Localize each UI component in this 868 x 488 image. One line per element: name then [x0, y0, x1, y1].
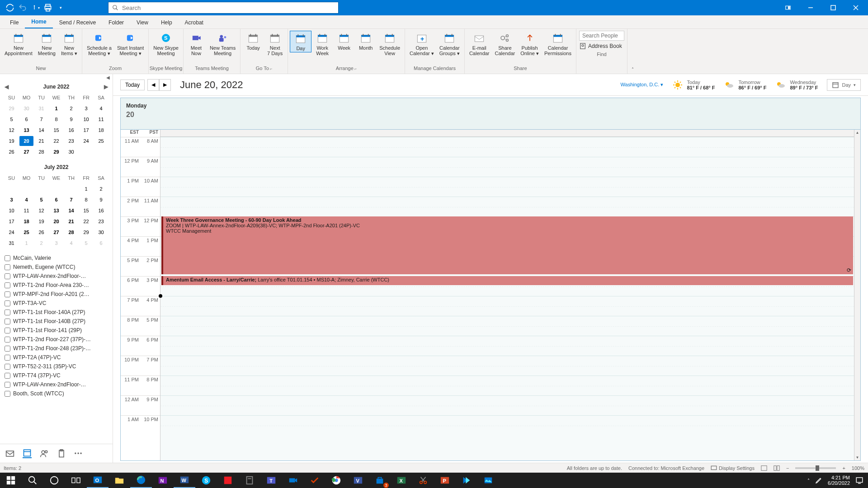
day-cell[interactable]: 21: [34, 136, 48, 146]
mail-icon[interactable]: [5, 449, 14, 458]
day-cell[interactable]: 14: [64, 206, 78, 216]
new-teams-button[interactable]: New TeamsMeeting: [207, 31, 238, 57]
new-button[interactable]: NewItems ▾: [58, 31, 80, 57]
chrome-icon[interactable]: [326, 473, 347, 488]
day-cell[interactable]: 15: [49, 125, 63, 135]
notification-icon[interactable]: [855, 476, 863, 484]
calendar-event[interactable]: Amentum Email Access - Larry/Carrie; Lar…: [161, 276, 853, 285]
day-cell[interactable]: 23: [94, 216, 108, 226]
search-people-input[interactable]: [579, 31, 624, 41]
time-slot[interactable]: [160, 137, 854, 157]
tray-expand-icon[interactable]: ˄: [807, 478, 810, 483]
time-slot[interactable]: [160, 395, 854, 415]
address-book-button[interactable]: Address Book: [579, 42, 624, 50]
time-slot[interactable]: [160, 375, 854, 395]
day-cell[interactable]: 27: [19, 147, 33, 157]
day-cell[interactable]: 2: [34, 238, 48, 248]
time-slot[interactable]: [160, 296, 854, 316]
minimize-button[interactable]: [800, 0, 821, 15]
day-cell[interactable]: 12: [5, 125, 19, 135]
day-cell[interactable]: 30: [64, 147, 78, 157]
day-cell[interactable]: 29: [49, 147, 63, 157]
work-button[interactable]: WorkWeek: [311, 31, 333, 57]
calendar-checkbox-item[interactable]: WTP-MPF-2nd Floor-A201 (2…: [5, 290, 108, 299]
day-cell[interactable]: 27: [49, 227, 63, 237]
day-cell[interactable]: 12: [34, 206, 48, 216]
view-reading-icon[interactable]: [774, 465, 780, 471]
calendar-button[interactable]: CalendarPermissions: [542, 31, 574, 57]
print-icon[interactable]: [43, 3, 52, 12]
day-cell[interactable]: 3: [49, 238, 63, 248]
day-cell[interactable]: 22: [79, 216, 93, 226]
cortana-icon[interactable]: [43, 473, 65, 488]
day-cell[interactable]: 1: [19, 238, 33, 248]
day-cell[interactable]: 25: [19, 227, 33, 237]
day-button[interactable]: Day: [290, 31, 311, 52]
day-cell[interactable]: 23: [64, 136, 78, 146]
day-cell[interactable]: 8: [79, 195, 93, 205]
clock-tray[interactable]: 4:21 PM6/20/2022: [828, 475, 850, 486]
calendar-icon[interactable]: [23, 449, 32, 458]
day-cell[interactable]: 16: [64, 125, 78, 135]
day-cell[interactable]: 13: [49, 206, 63, 216]
day-cell[interactable]: 17: [79, 125, 93, 135]
day-cell[interactable]: 2: [64, 103, 78, 113]
tab-file[interactable]: File: [4, 17, 25, 28]
time-slot[interactable]: [160, 356, 854, 375]
day-cell[interactable]: 5: [34, 195, 48, 205]
next-button[interactable]: Next7 Days: [264, 31, 286, 57]
calendar-checkbox-item[interactable]: WTP-T1-1st Floor-140B (27P): [5, 317, 108, 326]
weather-wednesday[interactable]: Wednesday89° F / 73° F: [775, 80, 818, 90]
view-selector[interactable]: Day▾: [827, 79, 861, 91]
photos-icon[interactable]: [477, 473, 499, 488]
day-cell[interactable]: 11: [19, 206, 33, 216]
prev-month-icon[interactable]: ◀: [5, 84, 9, 90]
day-cell[interactable]: 19: [5, 136, 19, 146]
calendar-checkbox-item[interactable]: McCain, Valerie: [5, 253, 108, 263]
day-cell[interactable]: 6: [19, 114, 33, 124]
calendar-checkbox-item[interactable]: WTP-T3A-VC: [5, 299, 108, 308]
weather-tomorrow[interactable]: Tomorrow86° F / 69° F: [724, 80, 766, 90]
checkbox[interactable]: [5, 291, 10, 297]
checkbox[interactable]: [5, 255, 10, 261]
calendar-checkbox-item[interactable]: WTP-T52-2-311 (35P)-VC: [5, 362, 108, 371]
day-cell[interactable]: 5: [79, 238, 93, 248]
search-box[interactable]: [108, 2, 339, 14]
day-cell[interactable]: 18: [94, 125, 108, 135]
day-cell[interactable]: 28: [34, 147, 48, 157]
tab-view[interactable]: View: [130, 17, 155, 28]
checkbox[interactable]: [5, 373, 10, 379]
coming-soon-icon[interactable]: [778, 0, 798, 15]
new-button[interactable]: NewMeeting: [35, 31, 58, 57]
day-cell[interactable]: 30: [19, 103, 33, 113]
zoom-slider[interactable]: [795, 467, 836, 469]
sidebar-collapse-icon[interactable]: ◀: [0, 74, 113, 80]
month-button[interactable]: Month: [355, 31, 377, 52]
time-slot[interactable]: [160, 197, 854, 216]
checkbox[interactable]: [5, 346, 10, 352]
day-cell[interactable]: 30: [94, 227, 108, 237]
checkbox[interactable]: [5, 273, 10, 279]
day-cell[interactable]: 29: [79, 227, 93, 237]
more-icon[interactable]: •••: [74, 449, 83, 458]
day-cell[interactable]: 6: [49, 195, 63, 205]
day-cell[interactable]: 16: [94, 206, 108, 216]
day-cell[interactable]: 20: [19, 136, 33, 146]
day-cell[interactable]: 3: [5, 195, 19, 205]
day-cell[interactable]: 13: [19, 125, 33, 135]
e-mail-button[interactable]: E-mailCalendar: [467, 31, 492, 57]
time-slot[interactable]: [160, 336, 854, 356]
day-cell[interactable]: 31: [5, 238, 19, 248]
explorer-icon[interactable]: [108, 473, 130, 488]
day-cell[interactable]: 22: [49, 136, 63, 146]
day-cell[interactable]: 24: [5, 227, 19, 237]
word-icon[interactable]: W: [174, 473, 195, 488]
time-slot[interactable]: [160, 177, 854, 197]
calendar-checkbox-item[interactable]: WTP-T1-2nd Floor-248 (23P)-…: [5, 344, 108, 353]
calendar-checkbox-item[interactable]: WTP-T1-2nd Floor-227 (37P)-…: [5, 335, 108, 344]
checkbox[interactable]: [5, 319, 10, 324]
calendar-checkbox-item[interactable]: WTP-LAW-Annex-2ndFloor-…: [5, 272, 108, 281]
start-instant-button[interactable]: Start InstantMeeting ▾: [114, 31, 146, 57]
tab-folder[interactable]: Folder: [102, 17, 130, 28]
tab-send-receive[interactable]: Send / Receive: [53, 17, 102, 28]
